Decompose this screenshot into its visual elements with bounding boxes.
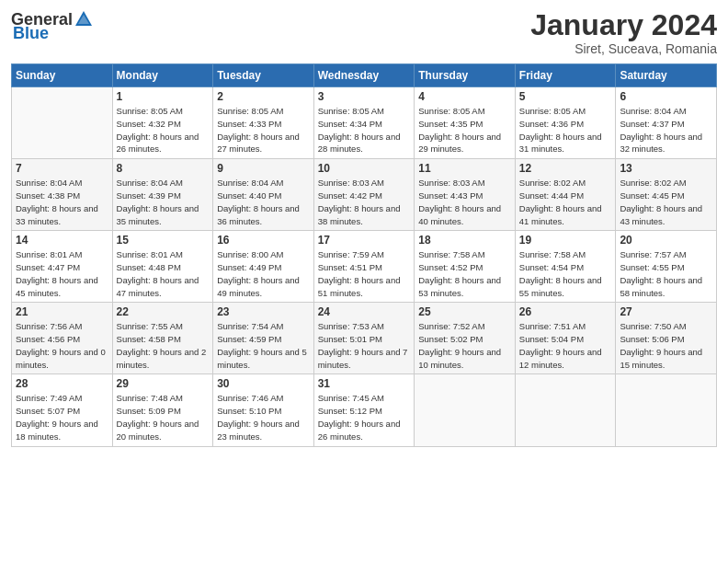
day-number: 31 [318, 377, 411, 390]
daylight: Daylight: 8 hours and 41 minutes. [519, 203, 602, 226]
header: General Blue January 2024 Siret, Suceava… [11, 9, 717, 56]
calendar-table: SundayMondayTuesdayWednesdayThursdayFrid… [11, 63, 717, 446]
calendar-cell: 30 Sunrise: 7:46 AM Sunset: 5:10 PM Dayl… [213, 374, 314, 446]
sunset: Sunset: 5:09 PM [117, 406, 181, 416]
day-info: Sunrise: 8:05 AM Sunset: 4:36 PM Dayligh… [519, 105, 612, 155]
sunrise: Sunrise: 8:00 AM [217, 249, 283, 259]
calendar-cell: 24 Sunrise: 7:53 AM Sunset: 5:01 PM Dayl… [313, 303, 415, 374]
daylight: Daylight: 8 hours and 31 minutes. [519, 132, 602, 155]
daylight: Daylight: 9 hours and 18 minutes. [16, 419, 98, 442]
day-info: Sunrise: 8:05 AM Sunset: 4:35 PM Dayligh… [418, 105, 511, 155]
day-number: 23 [217, 305, 310, 318]
daylight: Daylight: 8 hours and 55 minutes. [519, 275, 602, 298]
daylight: Daylight: 8 hours and 45 minutes. [16, 275, 98, 298]
daylight: Daylight: 9 hours and 20 minutes. [117, 419, 199, 442]
day-number: 14 [16, 234, 108, 247]
sunrise: Sunrise: 8:04 AM [620, 106, 686, 116]
daylight: Daylight: 8 hours and 36 minutes. [217, 203, 300, 226]
calendar-cell: 12 Sunrise: 8:02 AM Sunset: 4:44 PM Dayl… [515, 159, 616, 231]
daylight: Daylight: 9 hours and 26 minutes. [318, 419, 401, 442]
calendar-week-row: 7 Sunrise: 8:04 AM Sunset: 4:38 PM Dayli… [12, 159, 717, 231]
day-info: Sunrise: 7:59 AM Sunset: 4:51 PM Dayligh… [318, 248, 411, 299]
sunset: Sunset: 4:49 PM [217, 262, 281, 272]
calendar-cell: 15 Sunrise: 8:01 AM Sunset: 4:48 PM Dayl… [112, 231, 213, 303]
daylight: Daylight: 9 hours and 0 minutes. [16, 347, 106, 370]
sunrise: Sunrise: 7:45 AM [318, 393, 384, 403]
sunrise: Sunrise: 7:50 AM [620, 321, 686, 331]
calendar-cell: 5 Sunrise: 8:05 AM Sunset: 4:36 PM Dayli… [515, 87, 616, 159]
day-info: Sunrise: 8:05 AM Sunset: 4:33 PM Dayligh… [217, 105, 310, 155]
day-number: 25 [418, 305, 511, 318]
month-title: January 2024 [530, 9, 717, 41]
calendar-cell: 10 Sunrise: 8:03 AM Sunset: 4:42 PM Dayl… [313, 159, 415, 231]
day-number: 1 [117, 90, 210, 103]
calendar-day-header: Thursday [415, 64, 516, 87]
day-info: Sunrise: 7:54 AM Sunset: 4:59 PM Dayligh… [217, 320, 310, 371]
sunset: Sunset: 5:10 PM [217, 406, 281, 416]
calendar-cell: 28 Sunrise: 7:49 AM Sunset: 5:07 PM Dayl… [12, 374, 113, 446]
day-number: 6 [620, 90, 712, 103]
sunrise: Sunrise: 8:05 AM [117, 106, 183, 116]
calendar-cell: 3 Sunrise: 8:05 AM Sunset: 4:34 PM Dayli… [313, 87, 415, 159]
sunset: Sunset: 4:44 PM [519, 190, 584, 201]
day-number: 7 [16, 162, 108, 175]
sunset: Sunset: 4:45 PM [620, 190, 684, 201]
logo-icon [74, 9, 94, 29]
sunrise: Sunrise: 8:03 AM [418, 178, 484, 188]
calendar-cell: 22 Sunrise: 7:55 AM Sunset: 4:58 PM Dayl… [112, 303, 213, 374]
sunset: Sunset: 4:56 PM [16, 334, 80, 344]
sunrise: Sunrise: 7:52 AM [418, 321, 484, 331]
day-info: Sunrise: 7:46 AM Sunset: 5:10 PM Dayligh… [217, 392, 310, 442]
day-number: 27 [620, 305, 712, 318]
day-number: 13 [620, 162, 712, 175]
daylight: Daylight: 8 hours and 32 minutes. [620, 132, 702, 155]
calendar-header-row: SundayMondayTuesdayWednesdayThursdayFrid… [12, 64, 717, 87]
day-number: 19 [519, 234, 612, 247]
sunrise: Sunrise: 8:02 AM [519, 178, 586, 188]
day-info: Sunrise: 8:03 AM Sunset: 4:43 PM Dayligh… [418, 177, 511, 227]
calendar-cell [415, 374, 516, 446]
day-info: Sunrise: 8:03 AM Sunset: 4:42 PM Dayligh… [318, 177, 411, 227]
logo-blue: Blue [13, 24, 49, 43]
daylight: Daylight: 8 hours and 53 minutes. [418, 275, 501, 298]
day-number: 11 [418, 162, 511, 175]
calendar-day-header: Wednesday [313, 64, 415, 87]
day-number: 28 [16, 377, 108, 390]
day-number: 16 [217, 234, 310, 247]
day-number: 3 [318, 90, 411, 103]
day-number: 30 [217, 377, 310, 390]
sunrise: Sunrise: 8:05 AM [318, 106, 384, 116]
day-info: Sunrise: 8:02 AM Sunset: 4:44 PM Dayligh… [519, 177, 612, 227]
day-number: 24 [318, 305, 411, 318]
daylight: Daylight: 8 hours and 33 minutes. [16, 203, 98, 226]
daylight: Daylight: 9 hours and 10 minutes. [418, 347, 501, 370]
daylight: Daylight: 9 hours and 7 minutes. [318, 347, 408, 370]
logo: General Blue [11, 9, 95, 43]
sunset: Sunset: 5:01 PM [318, 334, 382, 344]
sunrise: Sunrise: 8:04 AM [217, 178, 283, 188]
sunrise: Sunrise: 7:51 AM [519, 321, 586, 331]
page-container: General Blue January 2024 Siret, Suceava… [0, 0, 728, 456]
sunset: Sunset: 5:12 PM [318, 406, 382, 416]
calendar-cell: 9 Sunrise: 8:04 AM Sunset: 4:40 PM Dayli… [213, 159, 314, 231]
day-info: Sunrise: 7:56 AM Sunset: 4:56 PM Dayligh… [16, 320, 108, 371]
daylight: Daylight: 8 hours and 43 minutes. [620, 203, 702, 226]
daylight: Daylight: 8 hours and 49 minutes. [217, 275, 300, 298]
calendar-cell: 31 Sunrise: 7:45 AM Sunset: 5:12 PM Dayl… [313, 374, 415, 446]
day-number: 2 [217, 90, 310, 103]
sunset: Sunset: 5:06 PM [620, 334, 684, 344]
title-block: January 2024 Siret, Suceava, Romania [530, 9, 717, 56]
sunrise: Sunrise: 7:53 AM [318, 321, 384, 331]
day-number: 4 [418, 90, 511, 103]
calendar-week-row: 21 Sunrise: 7:56 AM Sunset: 4:56 PM Dayl… [12, 303, 717, 374]
day-number: 8 [117, 162, 210, 175]
calendar-cell [515, 374, 616, 446]
sunset: Sunset: 4:58 PM [117, 334, 181, 344]
day-info: Sunrise: 8:04 AM Sunset: 4:37 PM Dayligh… [620, 105, 712, 155]
sunrise: Sunrise: 7:55 AM [117, 321, 183, 331]
calendar-cell: 19 Sunrise: 7:58 AM Sunset: 4:54 PM Dayl… [515, 231, 616, 303]
day-info: Sunrise: 7:53 AM Sunset: 5:01 PM Dayligh… [318, 320, 411, 371]
day-info: Sunrise: 8:05 AM Sunset: 4:34 PM Dayligh… [318, 105, 411, 155]
sunrise: Sunrise: 8:05 AM [217, 106, 283, 116]
day-info: Sunrise: 7:49 AM Sunset: 5:07 PM Dayligh… [16, 392, 108, 442]
